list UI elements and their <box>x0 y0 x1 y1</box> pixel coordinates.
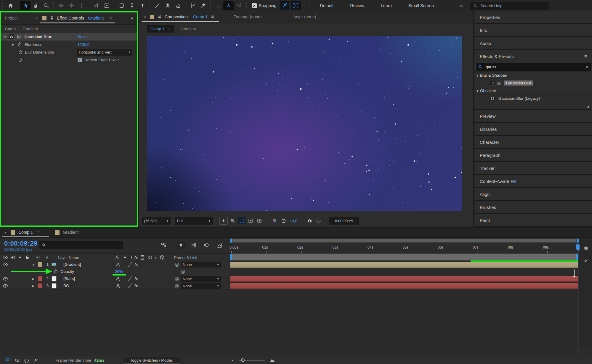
tab-layer[interactable]: Layer (none) <box>293 15 316 19</box>
opacity-value[interactable]: 26% <box>115 269 123 274</box>
workspace-overflow-icon[interactable]: » <box>460 3 463 9</box>
panel-header-character[interactable]: Character <box>474 136 592 148</box>
work-area-bar[interactable] <box>230 254 578 260</box>
property-row-blurriness[interactable]: ▶ Blurriness 1000,0 <box>1 41 137 48</box>
panel-menu-icon[interactable]: ≡ <box>584 54 587 59</box>
parent-link-column-header[interactable]: Parent & Link <box>174 255 197 260</box>
effects-search-box[interactable]: gauss × <box>475 63 591 71</box>
unlock-icon[interactable] <box>49 15 54 20</box>
panel-header-content-aware-fill[interactable]: Content-Aware Fill <box>474 175 592 187</box>
eye-icon[interactable] <box>2 283 8 289</box>
show-snapshot-icon[interactable] <box>315 217 323 224</box>
quality-switch[interactable]: ╱ <box>129 283 131 288</box>
effects-switch[interactable]: fx <box>134 276 138 281</box>
shy-toggle-icon[interactable] <box>33 357 39 363</box>
layer-label-swatch[interactable] <box>38 284 42 288</box>
motion-blur-icon[interactable] <box>202 241 211 249</box>
workspace-tab-learn[interactable]: Learn <box>381 3 392 8</box>
grid-guides-icon[interactable] <box>256 217 263 224</box>
layer-label-swatch[interactable] <box>38 276 42 281</box>
parent-dropdown[interactable]: None▾ <box>181 283 221 289</box>
opacity-stopwatch-icon[interactable] <box>53 269 58 274</box>
draft-3d-icon[interactable] <box>177 241 185 249</box>
live-update-icon[interactable] <box>4 357 10 363</box>
tab-composition-comp-name[interactable]: Comp 1 <box>193 15 208 19</box>
home-icon[interactable] <box>5 1 16 10</box>
panel-header-preview[interactable]: Preview <box>474 110 592 122</box>
layer-label-swatch[interactable] <box>38 262 42 267</box>
workspace-tab-small-screen[interactable]: Small Screen <box>408 3 434 8</box>
timeline-tab-comp[interactable]: Comp 1 <box>18 230 33 235</box>
puppet-pin-tool-icon[interactable] <box>198 1 208 10</box>
timeline-search-box[interactable] <box>39 241 123 249</box>
frame-blending-icon[interactable] <box>190 241 198 249</box>
property-pickwhip-icon[interactable]: @ <box>181 269 185 274</box>
local-axis-mode-icon[interactable] <box>213 1 223 10</box>
fast-previews-icon[interactable] <box>219 217 228 225</box>
playhead-line[interactable] <box>578 244 578 354</box>
shape-tool-icon[interactable] <box>116 1 127 10</box>
panel-header-audio[interactable]: Audio <box>474 37 592 49</box>
parent-dropdown[interactable]: None▾ <box>181 262 221 268</box>
layer-name[interactable]: [Gradient] <box>63 262 81 267</box>
effects-item-gaussian-blur[interactable]: 32 Gaussian Blur <box>474 79 592 87</box>
layer-expand-arrow[interactable]: ▼ <box>32 263 35 266</box>
parent-pickwhip-icon[interactable]: @ <box>175 276 179 281</box>
eye-icon[interactable] <box>2 276 8 282</box>
scrollbar-thumb[interactable] <box>233 239 576 242</box>
panel-menu-icon[interactable]: ≡ <box>109 15 112 20</box>
type-tool-icon[interactable]: T <box>137 1 147 10</box>
preview-timecode[interactable]: 0:00:09:29 <box>329 217 359 225</box>
shy-switch[interactable] <box>115 262 121 268</box>
toggle-switches-modes-button[interactable]: Toggle Switches / Modes <box>123 357 180 364</box>
workspace-tab-review[interactable]: Review <box>350 3 364 8</box>
layer-expand-arrow[interactable]: ▶ <box>32 277 34 281</box>
channel-rgb-icon[interactable] <box>271 217 278 224</box>
panel-header-brushes[interactable]: Brushes <box>474 201 592 213</box>
transparency-grid-icon[interactable] <box>229 217 237 224</box>
quality-switch[interactable]: ╱ <box>129 262 131 267</box>
timeline-tab-gradient[interactable]: Gradient <box>63 230 79 235</box>
effect-row-gaussian-blur[interactable]: ▼ fx Gaussian Blur Reset <box>1 33 137 41</box>
unlock-icon[interactable] <box>157 14 162 19</box>
layer-row-gradient[interactable]: ▼ 1 [Gradient] ╱ fx @ None▾ <box>0 261 230 268</box>
quality-switch[interactable]: ╱ <box>129 276 131 281</box>
exposure-value[interactable]: +0,0 <box>290 219 297 223</box>
parent-pickwhip-icon[interactable]: @ <box>175 283 179 288</box>
effects-switch[interactable]: fx <box>134 262 138 267</box>
selection-tool-icon[interactable] <box>20 1 31 10</box>
layer-row-stars[interactable]: ▶ 2 [Stars] ╱ fx @ None▾ <box>0 275 230 283</box>
panel-menu-icon[interactable]: ≡ <box>37 230 40 235</box>
parent-dropdown[interactable]: None▾ <box>181 276 221 282</box>
clear-search-icon[interactable]: × <box>586 65 588 69</box>
snapshot-camera-icon[interactable] <box>306 217 314 224</box>
panel-header-align[interactable]: Align <box>474 188 592 200</box>
panel-header-paragraph[interactable]: Paragraph <box>474 149 592 161</box>
tab-effect-controls-title[interactable]: Effect Controls <box>57 16 84 20</box>
panel-header-info[interactable]: Info <box>474 24 592 36</box>
stopwatch-icon[interactable] <box>18 57 23 62</box>
composition-viewport[interactable] <box>147 36 462 211</box>
fx-badge-icon[interactable]: fx <box>9 34 15 39</box>
snapping-checkbox[interactable]: ✓ <box>252 3 257 8</box>
toolbar-grip[interactable] <box>2 2 3 9</box>
scrollbar-left-handle[interactable] <box>230 239 232 243</box>
mask-visibility-icon[interactable] <box>247 217 254 224</box>
layer-name-column-header[interactable]: Layer Name <box>58 255 79 260</box>
blurriness-value[interactable]: 1000,0 <box>77 42 89 47</box>
resolution-dropdown[interactable]: Full ▾ <box>175 217 213 225</box>
magnification-dropdown[interactable]: (76,5%) ▾ <box>142 217 171 225</box>
region-of-interest-icon[interactable] <box>238 217 246 224</box>
layer-name[interactable]: [Stars] <box>63 276 75 281</box>
layer-name[interactable]: BG <box>63 284 69 288</box>
layer-row-bg[interactable]: ▶ 3 BG ╱ fx @ None▾ <box>0 282 230 290</box>
panel-header-paint[interactable]: Paint <box>474 214 592 226</box>
workspace-tab-default[interactable]: Default <box>320 3 333 8</box>
pan-camera-tool-icon[interactable] <box>66 1 76 10</box>
effect-name[interactable]: Gaussian Blur <box>24 35 52 39</box>
world-axis-mode-icon[interactable] <box>223 1 234 10</box>
panel-menu-icon[interactable]: ≡ <box>211 14 214 19</box>
repeat-edge-pixels-checkbox[interactable]: ✓ <box>78 58 82 62</box>
comp-marker-icon[interactable] <box>583 257 589 263</box>
layer-expand-arrow[interactable]: ▶ <box>32 284 34 288</box>
